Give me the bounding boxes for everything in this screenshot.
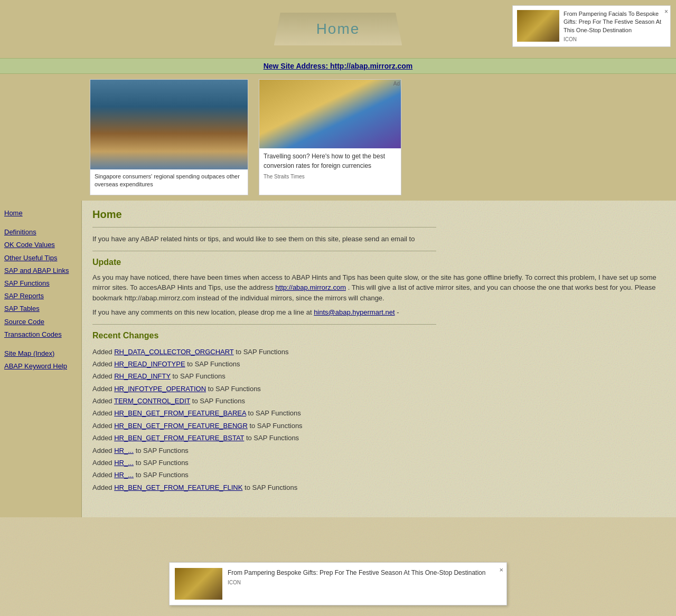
recent-change-item: Added HR_... to SAP Functions — [92, 469, 665, 481]
change-prefix: Added — [92, 372, 114, 380]
top-ad-image — [517, 10, 559, 42]
sidebar-links-container: HomeDefinitionsOK Code ValuesOther Usefu… — [4, 209, 77, 371]
site-address-link[interactable]: New Site Address: http://abap.mirrorz.co… — [264, 62, 413, 70]
change-link[interactable]: RH_DATA_COLLECTOR_ORGCHART — [114, 348, 233, 356]
change-suffix: to SAP Functions — [246, 409, 301, 417]
change-link[interactable]: HR_... — [114, 459, 134, 467]
top-ad-source: ICON — [564, 36, 666, 42]
change-link[interactable]: RH_READ_INFTY — [114, 372, 171, 380]
ad-block-2: Ad Travelling soon? Here's how to get th… — [259, 79, 401, 195]
change-link[interactable]: HR_BEN_GET_FROM_FEATURE_FLINK — [114, 484, 242, 491]
recent-change-item: Added HR_BEN_GET_FROM_FEATURE_BAREA to S… — [92, 407, 665, 419]
update-para: As you may have noticed, there have been… — [92, 272, 665, 304]
divider-3 — [92, 324, 436, 325]
change-prefix: Added — [92, 409, 114, 417]
change-suffix: to SAP Functions — [134, 447, 189, 454]
change-prefix: Added — [92, 397, 114, 405]
sidebar-functions[interactable]: SAP Functions — [4, 279, 77, 288]
change-link[interactable]: HR_BEN_GET_FROM_FEATURE_BSTAT — [114, 434, 244, 442]
ad-caption-2: Travelling soon? Here's how to get the b… — [259, 148, 401, 174]
sidebar-definitions[interactable]: Definitions — [4, 228, 77, 237]
recent-change-item: Added HR_INFOTYPE_OPERATION to SAP Funct… — [92, 383, 665, 395]
change-suffix: to SAP Functions — [244, 434, 299, 442]
change-suffix: to SAP Functions — [134, 471, 189, 479]
change-link[interactable]: TERM_CONTROL_EDIT — [114, 397, 190, 405]
recent-change-item: Added RH_DATA_COLLECTOR_ORGCHART to SAP … — [92, 346, 665, 358]
sidebar-links[interactable]: SAP and ABAP Links — [4, 266, 77, 276]
sidebar-transactions[interactable]: Transaction Codes — [4, 330, 77, 339]
ad-block-1: Ad Singapore consumers' regional spendin… — [90, 79, 248, 195]
change-link[interactable]: HR_... — [114, 471, 134, 479]
header-title-wrap: Home — [274, 13, 402, 45]
ad-indicator-2: Ad — [393, 81, 400, 87]
content-title: Home — [92, 209, 665, 221]
sidebar-home[interactable]: Home — [4, 209, 77, 218]
sidebar-tables[interactable]: SAP Tables — [4, 304, 77, 314]
change-link[interactable]: HR_BEN_GET_FROM_FEATURE_BENGR — [114, 422, 248, 430]
sidebar-tips[interactable]: Other Useful Tips — [4, 253, 77, 263]
sidebar: HomeDefinitionsOK Code ValuesOther Usefu… — [0, 201, 82, 517]
change-suffix: to SAP Functions — [190, 397, 245, 405]
recent-change-item: Added HR_READ_INFOTYPE to SAP Functions — [92, 358, 665, 370]
divider-2 — [92, 251, 436, 251]
recent-title: Recent Changes — [92, 331, 665, 340]
recent-change-item: Added HR_BEN_GET_FROM_FEATURE_BSTAT to S… — [92, 432, 665, 444]
ad-caption-1: Singapore consumers' regional spending o… — [90, 169, 248, 192]
ad-source-2: The Straits Times — [259, 174, 401, 179]
change-suffix: to SAP Functions — [242, 484, 297, 491]
sidebar-ok-code[interactable]: OK Code Values — [4, 240, 77, 250]
ad-area: Ad Singapore consumers' regional spendin… — [0, 74, 676, 201]
change-link[interactable]: HR_INFOTYPE_OPERATION — [114, 385, 206, 393]
site-address-bar: New Site Address: http://abap.mirrorz.co… — [0, 58, 676, 74]
change-prefix: Added — [92, 348, 114, 356]
change-suffix: to SAP Functions — [206, 385, 261, 393]
mirror-link[interactable]: http://abap.mirrorz.com — [275, 283, 346, 291]
change-prefix: Added — [92, 385, 114, 393]
change-prefix: Added — [92, 471, 114, 479]
sidebar-reports[interactable]: SAP Reports — [4, 291, 77, 301]
change-prefix: Added — [92, 422, 114, 430]
change-prefix: Added — [92, 434, 114, 442]
change-suffix: to SAP Functions — [248, 422, 303, 430]
update-para2: If you have any comments on this new loc… — [92, 307, 665, 318]
sidebar-keyword[interactable]: ABAP Keyword Help — [4, 362, 77, 371]
recent-changes-list: Added RH_DATA_COLLECTOR_ORGCHART to SAP … — [92, 346, 665, 494]
ad-image-1 — [90, 80, 248, 169]
email-link[interactable]: hints@abap.hypermart.net — [314, 308, 395, 316]
recent-change-item: Added RH_READ_INFTY to SAP Functions — [92, 370, 665, 382]
change-link[interactable]: HR_BEN_GET_FROM_FEATURE_BAREA — [114, 409, 246, 417]
change-prefix: Added — [92, 360, 114, 368]
page-title: Home — [316, 21, 360, 37]
sidebar-sitemap[interactable]: Site Map (Index) — [4, 349, 77, 358]
change-suffix: to SAP Functions — [185, 360, 240, 368]
change-link[interactable]: HR_... — [114, 447, 134, 454]
change-prefix: Added — [92, 459, 114, 467]
recent-change-item: Added HR_... to SAP Functions — [92, 457, 665, 469]
change-suffix: to SAP Functions — [134, 459, 189, 467]
top-ad-close[interactable]: × — [664, 8, 668, 15]
update-text4: - — [397, 308, 399, 316]
recent-change-item: Added HR_BEN_GET_FROM_FEATURE_BENGR to S… — [92, 420, 665, 432]
recent-change-item: Added HR_... to SAP Functions — [92, 444, 665, 457]
recent-change-item: Added TERM_CONTROL_EDIT to SAP Functions — [92, 395, 665, 407]
change-link[interactable]: HR_READ_INFOTYPE — [114, 360, 185, 368]
top-ad-content: From Pampering Facials To Bespoke Gifts:… — [564, 10, 666, 42]
top-ad-banner: × From Pampering Facials To Bespoke Gift… — [512, 5, 671, 47]
update-title: Update — [92, 258, 665, 267]
change-prefix: Added — [92, 484, 114, 491]
main-layout: HomeDefinitionsOK Code ValuesOther Usefu… — [0, 201, 676, 517]
update-text3: If you have any comments on this new loc… — [92, 308, 312, 316]
top-ad-text: From Pampering Facials To Bespoke Gifts:… — [564, 10, 666, 34]
divider-1 — [92, 227, 436, 228]
page-header: Home × From Pampering Facials To Bespoke… — [0, 0, 676, 58]
content-area: Home If you have any ABAP related hints … — [82, 201, 676, 517]
intro-text: If you have any ABAP related hints or ti… — [92, 234, 665, 244]
change-suffix: to SAP Functions — [234, 348, 289, 356]
ad-image-2 — [259, 80, 401, 148]
change-prefix: Added — [92, 447, 114, 454]
sidebar-source[interactable]: Source Code — [4, 317, 77, 327]
recent-change-item: Added HR_BEN_GET_FROM_FEATURE_FLINK to S… — [92, 481, 665, 494]
change-suffix: to SAP Functions — [171, 372, 226, 380]
